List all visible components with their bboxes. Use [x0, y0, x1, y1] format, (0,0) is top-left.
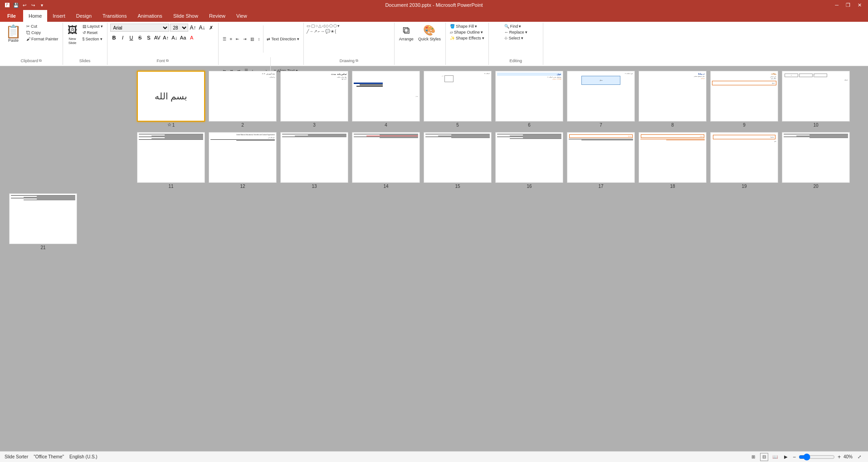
- slide-thumb-11[interactable]: 11: [137, 132, 205, 189]
- redo-qa-button[interactable]: ↪: [29, 1, 37, 9]
- tab-transitions[interactable]: Transitions: [97, 10, 132, 22]
- copy-button[interactable]: ⿻ Copy: [25, 30, 60, 35]
- find-button[interactable]: 🔍 Find ▾: [503, 24, 529, 29]
- double-arrow-shape[interactable]: ↔: [321, 29, 325, 34]
- close-button[interactable]: ✕: [855, 2, 864, 9]
- section-button[interactable]: § Section ▾: [81, 36, 104, 42]
- slide-thumb-3[interactable]: تماس بلند مدت نهاد توانه مکتب اجرا نهاد …: [280, 71, 348, 128]
- increase-font-button[interactable]: A↑: [189, 24, 197, 32]
- slide-thumb-1[interactable]: بسم الله ☆ 1: [137, 71, 205, 128]
- rounded-rect-shape[interactable]: ▢: [311, 24, 315, 28]
- slide-thumb-16[interactable]: 16: [495, 132, 563, 189]
- columns-button[interactable]: ▥: [249, 36, 256, 42]
- pentagon-shape[interactable]: ⬠: [329, 24, 333, 28]
- layout-button[interactable]: ▤ Layout ▾: [81, 24, 104, 29]
- numbering-button[interactable]: ≡: [229, 36, 234, 42]
- slide-thumb-8[interactable]: در روابط متن توضیح بیشتر اهداف 8: [639, 71, 707, 128]
- shape-outline-button[interactable]: ▱ Shape Outline ▾: [449, 29, 486, 35]
- slide-thumb-4[interactable]: نمودار 4: [352, 71, 420, 128]
- tab-review[interactable]: Review: [204, 10, 231, 22]
- elbow-connector-shape[interactable]: ⌐: [318, 29, 320, 34]
- cut-button[interactable]: ✂ Cut: [25, 24, 60, 29]
- new-slide-button[interactable]: 🖼 NewSlide: [66, 24, 79, 46]
- shadow-button[interactable]: S: [145, 34, 153, 42]
- rtriangle-shape[interactable]: ◁: [322, 24, 325, 28]
- zoom-out-button[interactable]: −: [793, 454, 796, 460]
- reading-view-button[interactable]: 📖: [771, 453, 779, 461]
- triangle-shape[interactable]: △: [318, 24, 322, 28]
- italic-button[interactable]: I: [119, 34, 127, 42]
- increase-indent-button[interactable]: ⇥: [242, 36, 248, 42]
- decrease-indent-button[interactable]: ⇤: [234, 36, 241, 42]
- slide-sorter-button[interactable]: ⊟: [760, 453, 768, 461]
- underline-button[interactable]: U: [127, 34, 136, 42]
- slide-thumb-6[interactable]: عنوان محتوای متنی اسلاید ۶ اطلاعات بیشتر…: [495, 71, 563, 128]
- text-direction-button[interactable]: ⇄ Text Direction ▾: [265, 36, 301, 42]
- tab-view[interactable]: View: [231, 10, 253, 22]
- slide-thumb-2[interactable]: سند آموزش ۲۰۳۰ و اهداف... 2: [209, 71, 277, 128]
- tab-slide-show[interactable]: Slide Show: [168, 10, 204, 22]
- font-name-select[interactable]: Arial: [110, 24, 169, 32]
- arrange-button[interactable]: ⧉ Arrange: [397, 24, 415, 42]
- font-color-button[interactable]: A: [188, 34, 196, 42]
- tab-insert[interactable]: Insert: [47, 10, 71, 22]
- clear-format-button[interactable]: ✗: [207, 24, 215, 32]
- zoom-in-button[interactable]: +: [838, 454, 841, 460]
- reset-button[interactable]: ↺ Reset: [81, 30, 104, 35]
- slide-thumb-9[interactable]: رهیافت متن اصلیسطر دوم جدول 9: [710, 71, 778, 128]
- rectangle-shape[interactable]: ▭: [307, 24, 311, 28]
- clipboard-dialog-icon[interactable]: ⧉: [39, 59, 42, 63]
- replace-button[interactable]: ↔ Replace ▾: [503, 29, 529, 35]
- format-painter-button[interactable]: 🖌 Format Painter: [25, 36, 60, 42]
- quick-styles-button[interactable]: 🎨 Quick Styles: [416, 24, 443, 42]
- fit-window-button[interactable]: ⤢: [855, 453, 863, 461]
- normal-view-button[interactable]: ⊞: [749, 453, 757, 461]
- font-size-dec2-button[interactable]: A↓: [171, 34, 179, 42]
- star-shape[interactable]: ★: [331, 29, 334, 34]
- tab-file[interactable]: File: [0, 10, 23, 22]
- slide-thumb-15[interactable]: 15: [424, 132, 492, 189]
- arrow-shape[interactable]: →: [309, 29, 313, 34]
- select-button[interactable]: ⊹ Select ▾: [503, 35, 529, 41]
- more-qa-button[interactable]: ▾: [38, 1, 45, 9]
- decrease-font-button[interactable]: A↓: [198, 24, 206, 32]
- slide-thumb-21[interactable]: 21: [9, 193, 77, 250]
- slide-thumb-20[interactable]: 20: [782, 132, 850, 189]
- bold-button[interactable]: B: [110, 34, 118, 42]
- slideshow-button[interactable]: ▶: [782, 453, 790, 461]
- slide-thumb-12[interactable]: United Nations Educational, Scientific a…: [209, 132, 277, 189]
- drawing-dialog-icon[interactable]: ⧉: [356, 59, 358, 63]
- bullets-button[interactable]: ☰: [221, 36, 228, 42]
- slide-thumb-10[interactable]: □ → □ نمودار 10: [782, 71, 850, 128]
- undo-qa-button[interactable]: ↩: [21, 1, 28, 9]
- font-size-select[interactable]: 28: [170, 24, 188, 32]
- curved-arrow-shape[interactable]: ↗: [314, 29, 317, 34]
- line-shape[interactable]: ╱: [307, 29, 309, 34]
- diamond-shape[interactable]: ◇: [326, 24, 329, 28]
- hexagon-shape[interactable]: ⬡: [333, 24, 337, 28]
- oval-shape[interactable]: ○: [316, 24, 318, 28]
- minimize-button[interactable]: ─: [832, 2, 841, 9]
- save-qa-button[interactable]: 💾: [12, 1, 20, 9]
- paste-button[interactable]: 📋 Paste: [3, 24, 24, 44]
- zoom-slider[interactable]: [799, 455, 835, 459]
- tab-design[interactable]: Design: [71, 10, 97, 22]
- slide-thumb-5[interactable]: اسلاید ۵ متن 5: [424, 71, 492, 128]
- line-spacing-button[interactable]: ↕: [257, 36, 262, 42]
- slide-thumb-18[interactable]: عنوان 18: [639, 132, 707, 189]
- restore-button[interactable]: ❐: [843, 2, 853, 9]
- shape-fill-button[interactable]: 🪣 Shape Fill ▾: [449, 24, 486, 29]
- slide-thumb-14[interactable]: 14: [352, 132, 420, 189]
- slide-thumb-19[interactable]: محتوا متن 19: [710, 132, 778, 189]
- slide-thumb-7[interactable]: متن اسلاید ۷ شکل 7: [567, 71, 635, 128]
- tab-animations[interactable]: Animations: [132, 10, 167, 22]
- tab-home[interactable]: Home: [23, 10, 47, 22]
- shape-effects-button[interactable]: ✨ Shape Effects ▾: [449, 35, 486, 41]
- callout-shape[interactable]: 💬: [325, 29, 330, 34]
- strikethrough-button[interactable]: S: [136, 34, 144, 42]
- change-case-button[interactable]: Aa: [179, 34, 187, 42]
- font-dialog-icon[interactable]: ⧉: [166, 59, 169, 63]
- bracket-shape[interactable]: {: [335, 29, 336, 34]
- slide-thumb-17[interactable]: محتوا 17: [567, 132, 635, 189]
- font-size-inc2-button[interactable]: A↑: [162, 34, 170, 42]
